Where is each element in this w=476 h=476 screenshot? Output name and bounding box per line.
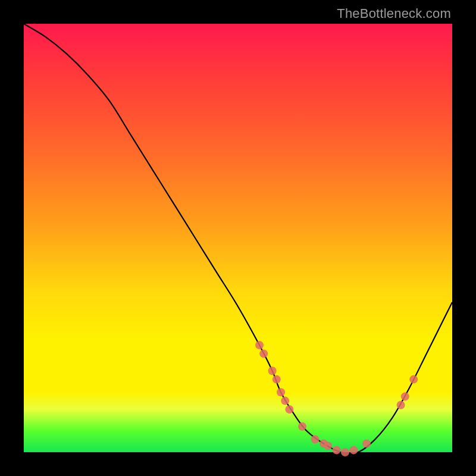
curve-marker bbox=[298, 422, 306, 431]
attribution-label: TheBottleneck.com bbox=[337, 6, 451, 21]
curve-marker bbox=[401, 392, 409, 400]
curve-marker bbox=[311, 435, 320, 443]
curve-marker bbox=[349, 446, 358, 454]
curve-marker bbox=[397, 401, 405, 409]
curve-marker bbox=[333, 446, 341, 454]
curve-marker bbox=[324, 441, 332, 450]
curve-marker bbox=[259, 349, 268, 358]
curve-svg bbox=[24, 24, 452, 452]
curve-marker bbox=[409, 375, 418, 384]
chart-frame: TheBottleneck.com bbox=[0, 0, 476, 476]
curve-marker bbox=[277, 388, 285, 396]
plot-area bbox=[24, 24, 452, 452]
curve-marker bbox=[281, 397, 289, 405]
curve-marker bbox=[255, 341, 264, 349]
curve-marker bbox=[285, 405, 293, 414]
bottleneck-curve bbox=[24, 24, 452, 453]
curve-marker bbox=[273, 375, 281, 384]
curve-marker bbox=[268, 367, 277, 375]
curve-marker bbox=[362, 440, 371, 448]
curve-marker bbox=[341, 448, 349, 456]
marker-layer bbox=[255, 341, 418, 456]
